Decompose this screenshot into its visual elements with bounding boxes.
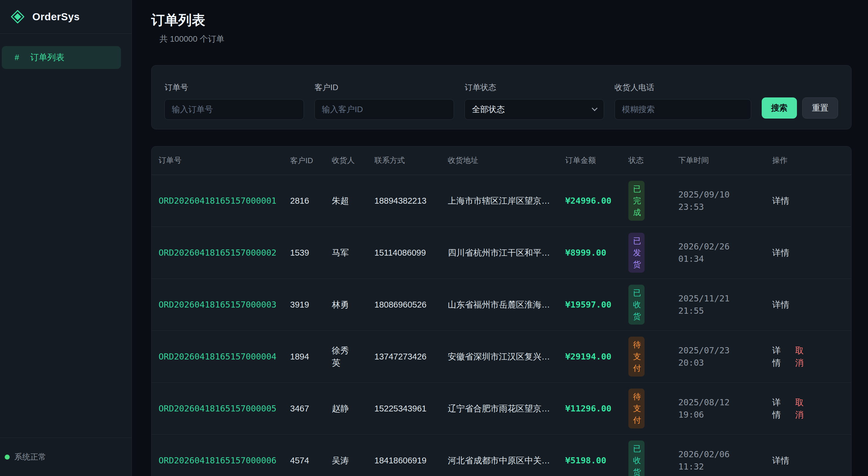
detail-link[interactable]: 详情 xyxy=(772,298,789,311)
receiver-cell: 朱超 xyxy=(332,195,349,207)
amount-cell: ¥29194.00 xyxy=(565,352,611,361)
order-time: 23:53 xyxy=(678,201,765,213)
page-title: 订单列表 xyxy=(151,11,851,29)
receiver-cell: 徐秀英 xyxy=(332,344,350,369)
logo-diamond-icon xyxy=(10,10,25,24)
order-time: 21:55 xyxy=(678,305,765,317)
customer-id-label: 客户ID xyxy=(314,82,454,93)
phone-cell: 13747273426 xyxy=(367,330,441,382)
table-row: ORD20260418165157000005 3467 赵静 15225343… xyxy=(152,382,851,434)
col-actions: 操作 xyxy=(765,147,851,174)
sidebar-item-order-list[interactable]: # 订单列表 xyxy=(2,46,121,69)
app-logo: OrderSys xyxy=(0,0,131,34)
receiver-phone-input[interactable] xyxy=(615,99,751,120)
detail-link[interactable]: 详情 xyxy=(772,247,789,259)
customer-id-input[interactable] xyxy=(314,99,454,120)
sidebar: OrderSys # 订单列表 系统正常 xyxy=(0,0,132,476)
order-id-link[interactable]: ORD20260418165157000002 xyxy=(159,248,277,258)
status-badge: 已完成 xyxy=(628,181,645,221)
cancel-link[interactable]: 取消 xyxy=(795,344,805,369)
amount-cell: ¥11296.00 xyxy=(565,404,611,413)
order-time: 20:03 xyxy=(678,356,765,369)
sidebar-item-label: 订单列表 xyxy=(30,52,64,63)
receiver-phone-label: 收货人电话 xyxy=(615,82,751,93)
order-id-link[interactable]: ORD20260418165157000001 xyxy=(159,196,277,206)
table-row: ORD20260418165157000006 4574 吴涛 18418606… xyxy=(152,434,851,476)
amount-cell: ¥5198.00 xyxy=(565,455,607,466)
order-date: 2025/08/12 xyxy=(678,396,765,409)
order-status-label: 订单状态 xyxy=(465,82,604,93)
order-count: 共 100000 个订单 xyxy=(159,33,851,44)
order-table: 订单号 客户ID 收货人 联系方式 收货地址 订单金额 状态 下单时间 操作 O… xyxy=(152,147,851,476)
table-row: ORD20260418165157000004 1894 徐秀英 1374727… xyxy=(152,330,851,382)
customer-id-cell: 3467 xyxy=(283,382,325,434)
address-cell: 安徽省深圳市江汉区复兴… xyxy=(441,330,558,382)
phone-cell: 15225343961 xyxy=(367,382,441,434)
table-row: ORD20260418165157000002 1539 马军 15114086… xyxy=(152,227,851,279)
table-row: ORD20260418165157000001 2816 朱超 18894382… xyxy=(152,174,851,227)
order-id-link[interactable]: ORD20260418165157000003 xyxy=(159,299,277,310)
address-cell: 山东省福州市岳麓区淮海… xyxy=(441,279,558,330)
order-id-link[interactable]: ORD20260418165157000006 xyxy=(159,455,277,466)
amount-cell: ¥8999.00 xyxy=(565,248,607,258)
detail-link[interactable]: 详情 xyxy=(772,344,782,369)
order-id-link[interactable]: ORD20260418165157000005 xyxy=(159,404,277,413)
receiver-cell: 林勇 xyxy=(332,298,349,311)
status-badge: 已收货 xyxy=(628,285,645,324)
order-time: 19:06 xyxy=(678,409,765,421)
status-badge: 已收货 xyxy=(628,441,645,476)
status-badge: 待支付 xyxy=(628,337,645,377)
order-table-card: 订单号 客户ID 收货人 联系方式 收货地址 订单金额 状态 下单时间 操作 O… xyxy=(151,146,851,476)
filter-panel: 订单号 客户ID 订单状态 全部状态 收货人电话 搜索 重置 xyxy=(151,65,851,129)
col-phone: 联系方式 xyxy=(367,147,441,174)
customer-id-cell: 1894 xyxy=(283,330,325,382)
reset-button[interactable]: 重置 xyxy=(802,97,838,119)
order-date: 2025/11/21 xyxy=(678,292,765,305)
receiver-cell: 赵静 xyxy=(332,402,349,415)
system-status-label: 系统正常 xyxy=(14,452,46,462)
order-date: 2026/02/26 xyxy=(678,240,765,253)
col-amount: 订单金额 xyxy=(558,147,621,174)
col-order-no: 订单号 xyxy=(152,147,283,174)
order-date: 2026/02/06 xyxy=(678,448,765,461)
order-status-value: 全部状态 xyxy=(472,104,505,115)
order-time: 11:32 xyxy=(678,461,765,473)
table-row: ORD20260418165157000003 3919 林勇 18086960… xyxy=(152,279,851,330)
phone-cell: 18086960526 xyxy=(367,279,441,330)
address-cell: 河北省成都市中原区中关… xyxy=(441,434,558,476)
col-order-time: 下单时间 xyxy=(671,147,765,174)
status-badge: 已发货 xyxy=(628,233,645,273)
order-table-body: ORD20260418165157000001 2816 朱超 18894382… xyxy=(152,174,851,476)
detail-link[interactable]: 详情 xyxy=(772,454,789,467)
address-cell: 辽宁省合肥市雨花区望京… xyxy=(441,382,558,434)
order-status-select[interactable]: 全部状态 xyxy=(465,99,604,120)
system-status: 系统正常 xyxy=(0,438,131,476)
receiver-cell: 马军 xyxy=(332,247,349,259)
chevron-down-icon xyxy=(592,105,597,111)
app-name: OrderSys xyxy=(32,11,80,23)
address-cell: 上海市市辖区江岸区望京… xyxy=(441,174,558,227)
cancel-link[interactable]: 取消 xyxy=(795,396,805,421)
phone-cell: 15114086099 xyxy=(367,227,441,279)
customer-id-cell: 4574 xyxy=(283,434,325,476)
table-header-row: 订单号 客户ID 收货人 联系方式 收货地址 订单金额 状态 下单时间 操作 xyxy=(152,147,851,174)
customer-id-cell: 1539 xyxy=(283,227,325,279)
col-receiver: 收货人 xyxy=(325,147,367,174)
col-customer-id: 客户ID xyxy=(283,147,325,174)
receiver-cell: 吴涛 xyxy=(332,454,349,467)
col-status: 状态 xyxy=(621,147,671,174)
search-button[interactable]: 搜索 xyxy=(762,97,797,119)
order-no-label: 订单号 xyxy=(164,82,304,93)
customer-id-cell: 2816 xyxy=(283,174,325,227)
amount-cell: ¥19597.00 xyxy=(565,299,611,310)
order-date: 2025/09/10 xyxy=(678,188,765,201)
order-no-input[interactable] xyxy=(164,99,304,120)
customer-id-cell: 3919 xyxy=(283,279,325,330)
status-badge: 待支付 xyxy=(628,388,645,429)
detail-link[interactable]: 详情 xyxy=(772,396,782,421)
amount-cell: ¥24996.00 xyxy=(565,196,611,206)
order-id-link[interactable]: ORD20260418165157000004 xyxy=(159,352,277,361)
detail-link[interactable]: 详情 xyxy=(772,195,789,207)
phone-cell: 18418606919 xyxy=(367,434,441,476)
col-address: 收货地址 xyxy=(441,147,558,174)
